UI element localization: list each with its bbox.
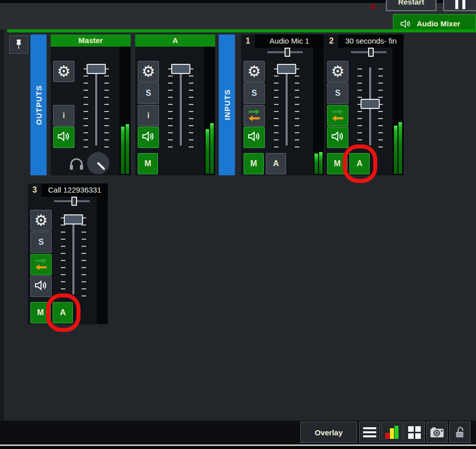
hamburger-icon bbox=[363, 427, 376, 437]
menu-button[interactable] bbox=[359, 422, 380, 443]
settings-button[interactable]: ⚙ bbox=[244, 61, 265, 82]
fader-tick bbox=[189, 146, 193, 147]
audio-levels-button[interactable] bbox=[381, 422, 403, 443]
camera-icon bbox=[430, 427, 444, 438]
mute-label: M bbox=[144, 159, 151, 168]
balance-handle[interactable] bbox=[285, 48, 290, 57]
mute-label: M bbox=[250, 159, 257, 168]
pin-panel-button[interactable] bbox=[9, 35, 28, 54]
fader-tick bbox=[274, 97, 279, 98]
mute-button[interactable]: M bbox=[327, 153, 347, 174]
fader-tick bbox=[295, 125, 299, 126]
vmix-window: Restart Audio Mixer OUTPUTS INPUTS bbox=[0, 0, 476, 449]
volume-fader-track[interactable] bbox=[72, 216, 74, 294]
strip-title: 30 seconds- fin bbox=[338, 34, 404, 48]
audio-on-button[interactable] bbox=[53, 127, 74, 148]
fader-tick bbox=[358, 83, 362, 84]
mixer-strip-input-2: 230 seconds- fin⚙SMA bbox=[325, 34, 404, 175]
headphones-icon[interactable] bbox=[69, 157, 84, 172]
strip-number: 2 bbox=[325, 34, 338, 48]
gear-icon: ⚙ bbox=[331, 64, 345, 79]
fader-tick bbox=[274, 111, 279, 112]
fader-tick bbox=[104, 139, 109, 140]
fader-tick bbox=[84, 125, 88, 126]
overlay-button[interactable]: Overlay bbox=[300, 422, 357, 443]
fader-tick bbox=[378, 111, 383, 112]
fader-tick bbox=[378, 68, 383, 69]
volume-fader-handle[interactable] bbox=[64, 214, 83, 224]
fader-tick bbox=[189, 132, 193, 133]
routing-button[interactable] bbox=[327, 105, 348, 126]
strip-number: 1 bbox=[241, 34, 255, 48]
volume-fader-track[interactable] bbox=[95, 67, 97, 145]
solo-button[interactable]: S bbox=[30, 232, 52, 253]
strip-bottom-row: MA bbox=[241, 153, 324, 174]
info-button[interactable]: i bbox=[53, 105, 74, 126]
fader-tick bbox=[274, 76, 279, 77]
bus-a-button[interactable]: A bbox=[349, 153, 370, 174]
fader-tick bbox=[378, 76, 383, 77]
fader-tick bbox=[84, 132, 88, 133]
fader-tick bbox=[378, 90, 383, 91]
fader-tick bbox=[104, 125, 109, 126]
fader-tick bbox=[378, 97, 383, 98]
solo-button[interactable]: S bbox=[327, 83, 348, 104]
solo-button[interactable]: S bbox=[244, 83, 265, 104]
fader-tick bbox=[84, 118, 88, 119]
fader-tick bbox=[168, 104, 173, 105]
strip-bottom-row: M bbox=[135, 153, 215, 174]
fader-tick bbox=[61, 260, 65, 261]
mute-button[interactable]: M bbox=[138, 153, 158, 174]
pause-button[interactable] bbox=[443, 0, 476, 11]
lock-button[interactable] bbox=[449, 422, 470, 443]
fader-tick bbox=[295, 97, 299, 98]
settings-button[interactable]: ⚙ bbox=[30, 210, 52, 231]
fader-tick bbox=[295, 132, 299, 133]
audio-on-button[interactable] bbox=[327, 127, 348, 148]
restart-label: Restart bbox=[398, 0, 424, 6]
snapshot-button[interactable] bbox=[426, 422, 448, 443]
volume-fader-track[interactable] bbox=[286, 67, 288, 145]
info-button[interactable]: i bbox=[138, 105, 159, 126]
balance-handle[interactable] bbox=[368, 48, 374, 57]
fader-tick bbox=[104, 76, 109, 77]
audio-on-button[interactable] bbox=[244, 127, 265, 148]
monitor-volume-knob[interactable] bbox=[87, 152, 109, 174]
volume-fader-handle[interactable] bbox=[171, 64, 190, 74]
mute-label: M bbox=[334, 159, 340, 168]
volume-fader-handle[interactable] bbox=[277, 64, 296, 74]
mute-button[interactable]: M bbox=[30, 302, 51, 323]
fader-tick bbox=[189, 104, 193, 105]
fader-tick bbox=[358, 111, 362, 112]
bus-a-button[interactable]: A bbox=[53, 302, 73, 323]
fader-tick bbox=[378, 146, 383, 147]
settings-button[interactable]: ⚙ bbox=[53, 61, 74, 82]
audio-mixer-panel: OUTPUTS INPUTS Master⚙iA⚙SiM1Audio Mic 1… bbox=[4, 29, 476, 421]
strip-number: 3 bbox=[28, 183, 42, 197]
balance-handle[interactable] bbox=[71, 197, 77, 206]
settings-button[interactable]: ⚙ bbox=[138, 61, 159, 82]
solo-button[interactable]: S bbox=[138, 83, 159, 104]
fader-tick bbox=[61, 281, 65, 282]
bus-a-button[interactable]: A bbox=[266, 153, 286, 174]
strip-title: Audio Mic 1 bbox=[255, 34, 324, 48]
knob-pointer bbox=[87, 152, 109, 174]
restart-button[interactable]: Restart bbox=[386, 0, 437, 11]
fader-tick bbox=[358, 97, 362, 98]
mute-button[interactable]: M bbox=[244, 153, 264, 174]
gear-icon: ⚙ bbox=[248, 64, 261, 79]
audio-on-button[interactable] bbox=[138, 127, 159, 148]
volume-fader-track[interactable] bbox=[180, 67, 182, 145]
routing-button[interactable] bbox=[244, 105, 265, 126]
volume-fader-handle[interactable] bbox=[87, 64, 106, 74]
settings-button[interactable]: ⚙ bbox=[327, 61, 348, 82]
multiview-button[interactable] bbox=[404, 422, 425, 443]
speaker-icon bbox=[34, 279, 48, 293]
fader-tick bbox=[189, 76, 193, 77]
fader-tick bbox=[274, 90, 279, 91]
audio-on-button[interactable] bbox=[30, 276, 52, 297]
speaker-icon bbox=[57, 130, 70, 144]
inputs-text: INPUTS bbox=[223, 89, 231, 120]
volume-fader-handle[interactable] bbox=[361, 99, 380, 109]
routing-button[interactable] bbox=[30, 254, 52, 275]
